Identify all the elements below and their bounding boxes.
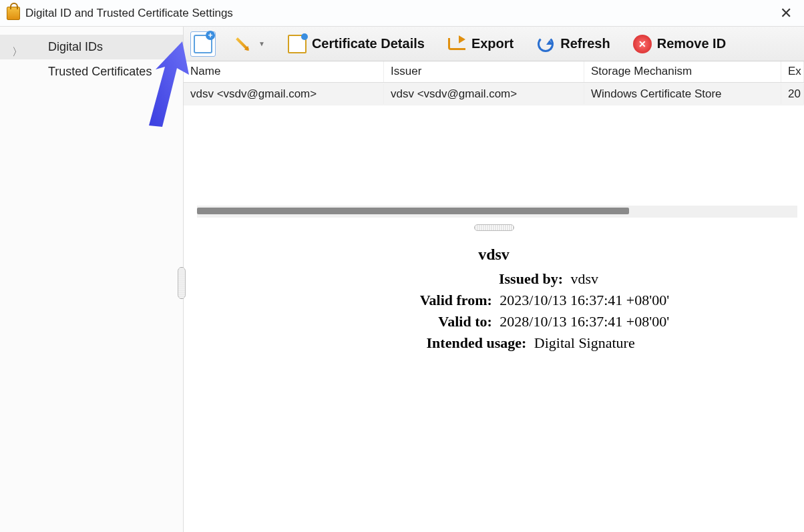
export-button[interactable]: Export <box>442 32 519 56</box>
vertical-splitter-handle[interactable] <box>178 267 186 299</box>
valid-from-label: Valid from: <box>319 292 492 309</box>
col-header-issuer[interactable]: Issuer <box>384 61 584 82</box>
button-label: Certificate Details <box>312 36 425 51</box>
valid-to-value: 2028/10/13 16:37:41 +08'00' <box>499 313 669 330</box>
lock-icon <box>7 7 20 20</box>
add-id-icon <box>194 35 212 53</box>
intended-usage-label: Intended usage: <box>353 334 526 352</box>
export-icon <box>448 38 465 50</box>
sidebar: 〉 Digital IDs Trusted Certificates <box>0 27 184 532</box>
table-row[interactable]: vdsv <vsdv@gmail.com> vdsv <vsdv@gmail.c… <box>184 83 804 105</box>
splitter-handle[interactable] <box>184 222 804 234</box>
issued-by-value: vdsv <box>570 270 598 288</box>
cell-storage: Windows Certificate Store <box>584 84 781 104</box>
horizontal-scrollbar[interactable] <box>197 206 797 218</box>
remove-icon: ✕ <box>633 35 652 53</box>
col-header-name[interactable]: Name <box>184 61 384 82</box>
sidebar-item-trusted-certificates[interactable]: Trusted Certificates <box>0 59 183 84</box>
sidebar-item-digital-ids[interactable]: Digital IDs <box>0 35 183 59</box>
button-label: Remove ID <box>657 36 726 51</box>
button-label: Export <box>471 36 514 51</box>
pencil-icon <box>236 37 249 51</box>
chevron-down-icon: ▼ <box>258 40 265 47</box>
toolbar: ▼ Certificate Details Export Refresh ✕ R… <box>184 27 804 61</box>
close-button[interactable]: ✕ <box>775 3 797 23</box>
table-header: Name Issuer Storage Mechanism Ex <box>184 61 804 83</box>
intended-usage-value: Digital Signature <box>534 334 635 352</box>
issued-by-label: Issued by: <box>389 270 563 288</box>
cell-ex: 20 <box>781 84 804 104</box>
table-empty-area <box>184 105 804 206</box>
refresh-icon <box>538 36 554 52</box>
cert-name: vdsv <box>197 246 791 264</box>
remove-id-button[interactable]: ✕ Remove ID <box>628 32 731 56</box>
col-header-storage[interactable]: Storage Mechanism <box>584 61 781 82</box>
content-pane: ▼ Certificate Details Export Refresh ✕ R… <box>184 27 804 532</box>
window-title: Digital ID and Trusted Certificate Setti… <box>25 7 233 20</box>
chevron-right-icon[interactable]: 〉 <box>12 45 23 59</box>
sidebar-item-label: Trusted Certificates <box>48 65 152 78</box>
add-id-button[interactable] <box>190 31 216 57</box>
valid-from-value: 2023/10/13 16:37:41 +08'00' <box>499 292 669 309</box>
valid-to-label: Valid to: <box>319 313 492 330</box>
titlebar: Digital ID and Trusted Certificate Setti… <box>0 0 804 27</box>
cell-issuer: vdsv <vsdv@gmail.com> <box>384 84 584 104</box>
edit-button[interactable]: ▼ <box>228 32 270 56</box>
certificate-details-panel: vdsv Issued by: vdsv Valid from: 2023/10… <box>184 234 804 532</box>
scrollbar-thumb[interactable] <box>197 208 629 214</box>
refresh-button[interactable]: Refresh <box>531 32 615 56</box>
certificate-icon <box>288 35 307 53</box>
sidebar-item-label: Digital IDs <box>48 40 103 53</box>
certificate-details-button[interactable]: Certificate Details <box>282 32 430 56</box>
col-header-ex[interactable]: Ex <box>781 61 804 82</box>
grip-icon <box>474 224 514 231</box>
cell-name: vdsv <vsdv@gmail.com> <box>184 84 384 104</box>
button-label: Refresh <box>560 36 610 51</box>
